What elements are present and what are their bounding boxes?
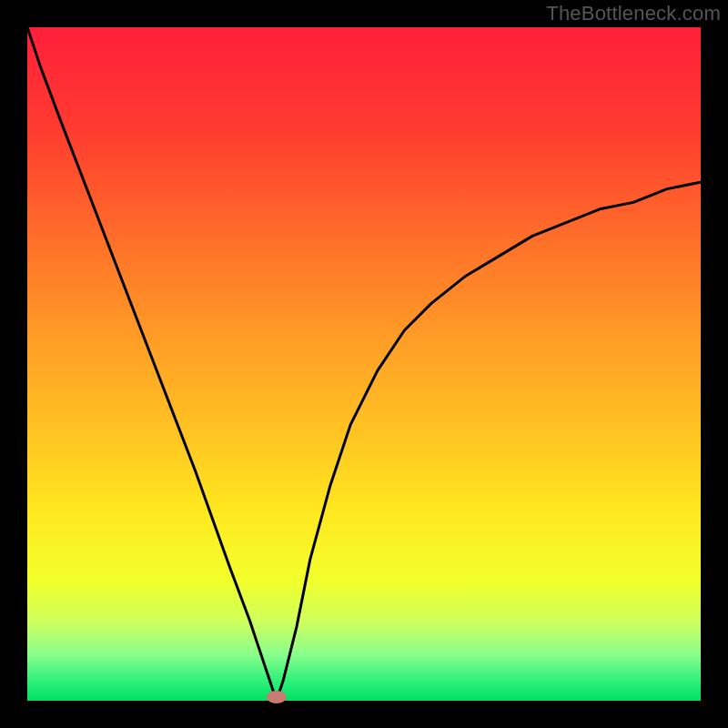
plot-background (27, 27, 701, 701)
optimal-marker (267, 691, 287, 703)
watermark-text: TheBottleneck.com (546, 2, 721, 25)
chart-container: TheBottleneck.com (0, 0, 728, 728)
bottleneck-chart (0, 0, 728, 728)
